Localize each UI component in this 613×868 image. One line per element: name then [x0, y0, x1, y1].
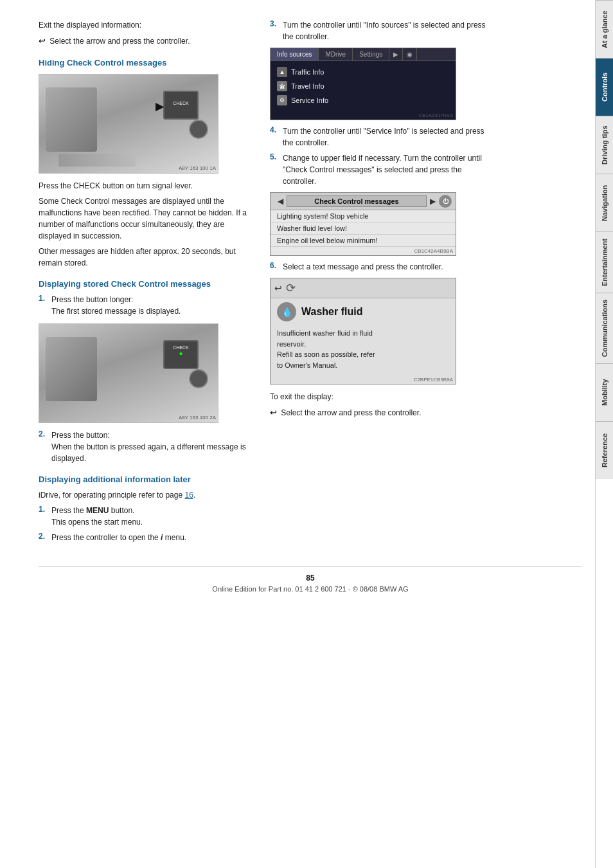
cc-right-arrow: ▶ [427, 197, 439, 206]
step3-1: 1. Press the MENU button. This opens the… [39, 505, 257, 528]
service-icon: ⚙ [277, 95, 287, 105]
right-exit-instruction: ↩ Select the arrow and press the control… [270, 406, 488, 419]
page-number: 85 [39, 574, 582, 583]
info-sources-screen: Info sources MDrive Settings ▶ ◉ ▲ Traff… [270, 48, 456, 120]
washer-title: Washer fluid [301, 306, 362, 318]
tab-mdrive: MDrive [319, 48, 353, 60]
section2-heading: Displaying stored Check Control messages [39, 279, 257, 289]
washer-back-icon: ↩ [274, 283, 282, 293]
main-content: Exit the displayed information: ↩ Select… [0, 0, 595, 868]
cc-left-arrow: ◀ [274, 197, 287, 206]
image2-caption: A8Y 163 100 2A [179, 415, 216, 420]
washer-title-row: 💧 Washer fluid [271, 298, 456, 325]
washer-body: Insufficient washer fluid in fluid reser… [271, 325, 456, 375]
traffic-icon: ▲ [277, 67, 287, 77]
washer-header: ↩ ⟳ [271, 278, 456, 298]
screen-item-service: ⚙ Service Info [277, 93, 449, 107]
right-column: 3. Turn the controller until "Info sourc… [270, 19, 488, 547]
tab-arrow-right: ▶ [389, 48, 403, 60]
sidebar-tab-communications[interactable]: Communications [596, 293, 613, 363]
screen-img-caption1: CB1A23170SA [271, 111, 456, 120]
check-control-screen: ◀ Check Control messages ▶ ⏻ Lighting sy… [270, 192, 456, 256]
travel-icon: 🛣 [277, 81, 287, 91]
sidebar-tab-driving-tips[interactable]: Driving tips [596, 116, 613, 174]
section1-heading: Hiding Check Control messages [39, 58, 257, 68]
right-back-arrow-icon: ↩ [270, 406, 277, 419]
left-column: Exit the displayed information: ↩ Select… [39, 19, 257, 547]
sidebar-tab-entertainment[interactable]: Entertainment [596, 231, 613, 293]
section1-p1: Press the CHECK button on turn signal le… [39, 180, 257, 192]
image1-caption: A8Y 163 100 1A [179, 165, 216, 171]
back-arrow-icon: ↩ [39, 35, 46, 48]
exit-info-label: Exit the displayed information: [39, 19, 257, 31]
screen-content-info: ▲ Traffic Info 🛣 Travel Info ⚙ Service I… [271, 61, 456, 111]
sidebar-tab-navigation[interactable]: Navigation [596, 174, 613, 231]
cc-header: ◀ Check Control messages ▶ ⏻ [271, 193, 456, 210]
washer-screen-caption: C2BPE1CB9B9A [271, 375, 456, 384]
section3-heading: Displaying additional information later [39, 475, 257, 484]
washer-screen: ↩ ⟳ 💧 Washer fluid Insufficient washer f… [270, 278, 456, 384]
screen-item-travel: 🛣 Travel Info [277, 79, 449, 93]
tab-circle: ◉ [403, 48, 417, 60]
sidebar-tab-at-a-glance[interactable]: At a glance [596, 0, 613, 58]
cc-title: Check Control messages [287, 195, 427, 207]
step3-2: 2. Press the controller to open the i me… [39, 532, 257, 543]
car-dash-graphic-2: CHECK ● [39, 324, 218, 422]
car-dash-graphic: CHECK ▶ [39, 75, 218, 173]
section3-intro: iDrive, for operating principle refer to… [39, 489, 257, 501]
tab-settings: Settings [353, 48, 389, 60]
washer-fluid-icon: 💧 [277, 302, 296, 321]
exit-info-instruction: ↩ Select the arrow and press the control… [39, 35, 257, 48]
sidebar-tab-controls[interactable]: Controls [596, 58, 613, 116]
sidebar-tab-reference[interactable]: Reference [596, 421, 613, 479]
right-step6: 6. Select a text message and press the c… [270, 261, 488, 273]
car-image-1: CHECK ▶ A8Y 163 100 1A [39, 74, 218, 174]
step2-1: 1. Press the button longer: The first st… [39, 294, 257, 317]
section1-p2: Some Check Control messages are displaye… [39, 195, 257, 242]
car-image-2: CHECK ● A8Y 163 100 2A [39, 323, 218, 423]
cc-item-2: Washer fluid level low! [271, 222, 456, 235]
right-step5: 5. Change to upper field if necessary. T… [270, 152, 488, 187]
tab-info-sources: Info sources [271, 48, 319, 60]
cc-item-1: Lighting system! Stop vehicle [271, 210, 456, 222]
right-step4: 4. Turn the controller until "Service In… [270, 125, 488, 149]
washer-refresh-icon: ⟳ [286, 281, 296, 295]
page-body: Exit the displayed information: ↩ Select… [39, 19, 582, 547]
right-step3: 3. Turn the controller until "Info sourc… [270, 19, 488, 42]
cc-screen-caption: CB1C42A4B9BA [271, 247, 456, 255]
section1-p3: Other messages are hidden after approx. … [39, 246, 257, 269]
cc-power-btn: ⏻ [439, 195, 452, 208]
right-exit-label: To exit the display: [270, 391, 488, 402]
cc-item-3: Engine oil level below minimum! [271, 235, 456, 247]
sidebar-tab-mobility[interactable]: Mobility [596, 363, 613, 421]
screen-tab-bar: Info sources MDrive Settings ▶ ◉ [271, 48, 456, 61]
right-sidebar: At a glance Controls Driving tips Naviga… [595, 0, 613, 868]
screen-item-traffic: ▲ Traffic Info [277, 65, 449, 79]
footer-text: Online Edition for Part no. 01 41 2 600 … [39, 585, 582, 593]
step2-2: 2. Press the button: When the button is … [39, 429, 257, 464]
page-footer: 85 Online Edition for Part no. 01 41 2 6… [39, 566, 582, 593]
